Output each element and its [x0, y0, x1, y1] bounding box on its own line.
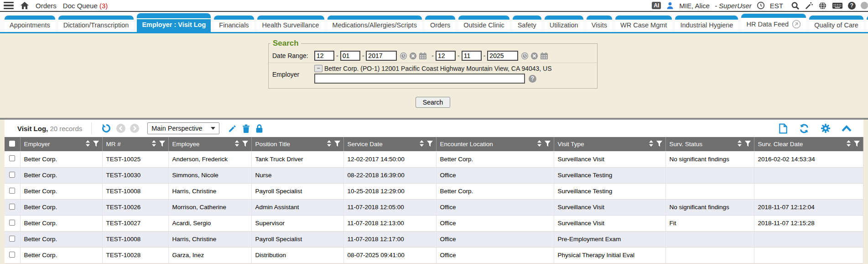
tab-dictation-transcription[interactable]: Dictation/Transcription — [58, 16, 134, 32]
from-month-input[interactable] — [314, 51, 334, 61]
column-header-service-date[interactable]: Service Date — [343, 137, 436, 151]
column-header-employee[interactable]: Employee — [168, 137, 251, 151]
tab-utilization[interactable]: Utilization — [545, 16, 583, 32]
delete-perspective-icon[interactable] — [242, 124, 250, 133]
to-calendar-icon[interactable] — [540, 52, 548, 60]
tab-industrial-hygiene[interactable]: Industrial Hygiene — [675, 16, 738, 32]
settings-gear-icon[interactable] — [821, 123, 831, 133]
tab-wr-case-mgmt[interactable]: WR Case Mgmt — [615, 16, 672, 32]
tab-visits[interactable]: Visits — [587, 16, 612, 32]
sort-icon[interactable] — [151, 140, 156, 148]
new-document-icon[interactable] — [779, 123, 788, 134]
to-month-input[interactable] — [436, 51, 456, 61]
table-row[interactable]: Better Corp.TEST-10030Simmons, NicoleNur… — [5, 167, 863, 183]
filter-funnel-icon[interactable] — [744, 140, 751, 148]
to-time-icon[interactable] — [521, 52, 529, 60]
to-clear-icon[interactable] — [530, 52, 538, 60]
sort-icon[interactable] — [649, 140, 654, 148]
table-row[interactable]: Better Corp.TEST-10026Morrison, Catherin… — [5, 199, 863, 215]
perspective-select[interactable]: Main Perspective — [147, 122, 219, 134]
tab-orders[interactable]: Orders — [425, 16, 455, 32]
column-header-visit-type[interactable]: Visit Type — [554, 137, 665, 151]
help-icon[interactable]: ? — [848, 2, 856, 10]
table-cell: Supervisor — [251, 215, 343, 231]
filter-funnel-icon[interactable] — [242, 140, 249, 148]
select-all-checkbox[interactable] — [9, 141, 15, 147]
edit-perspective-icon[interactable] — [228, 124, 237, 133]
clock-icon[interactable] — [757, 1, 765, 10]
sort-icon[interactable] — [85, 140, 90, 148]
column-header-encounter-location[interactable]: Encounter Location — [436, 137, 554, 151]
filter-funnel-icon[interactable] — [426, 140, 433, 148]
collapse-grid-icon[interactable] — [842, 125, 852, 132]
date-range-row: Date Range: - - - - - — [269, 49, 597, 63]
tab-medications-allergies-scripts[interactable]: Medications/Allergies/Scripts — [327, 16, 422, 32]
wand-icon[interactable] — [805, 1, 813, 10]
sort-icon[interactable] — [419, 140, 424, 148]
sort-icon[interactable] — [327, 140, 332, 148]
employer-help-icon[interactable]: ? — [529, 75, 536, 83]
column-header-employer[interactable]: Employer — [20, 137, 102, 151]
filter-funnel-icon[interactable] — [159, 140, 166, 148]
row-checkbox[interactable] — [9, 236, 15, 242]
lock-icon[interactable] — [255, 124, 264, 133]
column-header-surv-status[interactable]: Surv. Status — [665, 137, 754, 151]
filter-funnel-icon[interactable] — [93, 140, 99, 148]
employer-search-input[interactable] — [314, 74, 525, 84]
refresh-icon[interactable] — [799, 123, 810, 134]
table-row[interactable]: Better Corp.TEST-10008Harris, ChristineP… — [5, 231, 863, 247]
tab-financials[interactable]: Financials — [214, 16, 254, 32]
from-time-icon[interactable] — [400, 52, 407, 60]
from-clear-icon[interactable] — [409, 52, 417, 60]
undo-icon[interactable] — [101, 123, 112, 134]
tab-quality-of-care[interactable]: Quality of Care — [809, 16, 863, 32]
row-checkbox[interactable] — [9, 252, 15, 258]
filter-funnel-icon[interactable] — [334, 140, 341, 148]
employer-remove-button[interactable]: − — [314, 65, 322, 72]
home-icon[interactable] — [20, 1, 29, 10]
tab-safety[interactable]: Safety — [513, 16, 541, 32]
column-header-surv-clear-date[interactable]: Surv. Clear Date — [754, 137, 863, 151]
sort-icon[interactable] — [234, 140, 239, 148]
from-day-input[interactable] — [340, 51, 360, 61]
column-header-position-title[interactable]: Position Title — [251, 137, 343, 151]
row-checkbox[interactable] — [9, 220, 15, 226]
presence-dot-icon — [861, 2, 868, 9]
search-icon[interactable] — [791, 1, 800, 10]
row-checkbox[interactable] — [9, 172, 15, 178]
search-button[interactable]: Search — [416, 97, 450, 108]
nav-doc-queue[interactable]: Doc Queue (3) — [63, 2, 108, 10]
menu-icon[interactable] — [4, 2, 14, 10]
nav-orders[interactable]: Orders — [36, 2, 57, 10]
keyboard-icon[interactable] — [832, 2, 843, 10]
filter-funnel-icon[interactable] — [656, 140, 663, 148]
row-checkbox[interactable] — [9, 204, 15, 210]
next-page-icon[interactable] — [130, 124, 139, 133]
sort-icon[interactable] — [737, 140, 742, 148]
column-header-mr[interactable]: MR # — [102, 137, 168, 151]
globe-icon[interactable] — [818, 1, 827, 10]
row-checkbox[interactable] — [9, 155, 15, 161]
external-link-icon[interactable] — [792, 20, 801, 29]
prev-page-icon[interactable] — [116, 124, 125, 133]
table-row[interactable]: Better Corp.TEST-10008Harris, ChristineP… — [5, 183, 863, 199]
filter-funnel-icon[interactable] — [853, 140, 860, 148]
to-year-input[interactable] — [487, 51, 518, 61]
sort-icon[interactable] — [537, 140, 542, 148]
tab-hr-data-feed[interactable]: HR Data Feed — [741, 14, 806, 32]
user-name[interactable]: MIE, Alice — [679, 2, 710, 10]
tab-appointments[interactable]: Appointments — [5, 16, 55, 32]
to-day-input[interactable] — [462, 51, 482, 61]
tab-employer-visit-log[interactable]: Employer : Visit Log — [137, 13, 211, 32]
row-checkbox[interactable] — [9, 188, 15, 194]
ai-badge[interactable]: AI — [652, 2, 661, 9]
sort-icon[interactable] — [846, 140, 851, 148]
table-row[interactable]: Better Corp.TEST-10028Garza, InezDistrib… — [5, 247, 863, 263]
table-row[interactable]: Better Corp.TEST-10025Anderson, Frederic… — [5, 151, 863, 167]
tab-outside-clinic[interactable]: Outside Clinic — [458, 16, 509, 32]
table-row[interactable]: Better Corp.TEST-10027Acardi, SergioSupe… — [5, 215, 863, 231]
from-calendar-icon[interactable] — [419, 52, 427, 60]
filter-funnel-icon[interactable] — [544, 140, 551, 148]
tab-health-surveillance[interactable]: Health Surveillance — [257, 16, 324, 32]
from-year-input[interactable] — [366, 51, 397, 61]
